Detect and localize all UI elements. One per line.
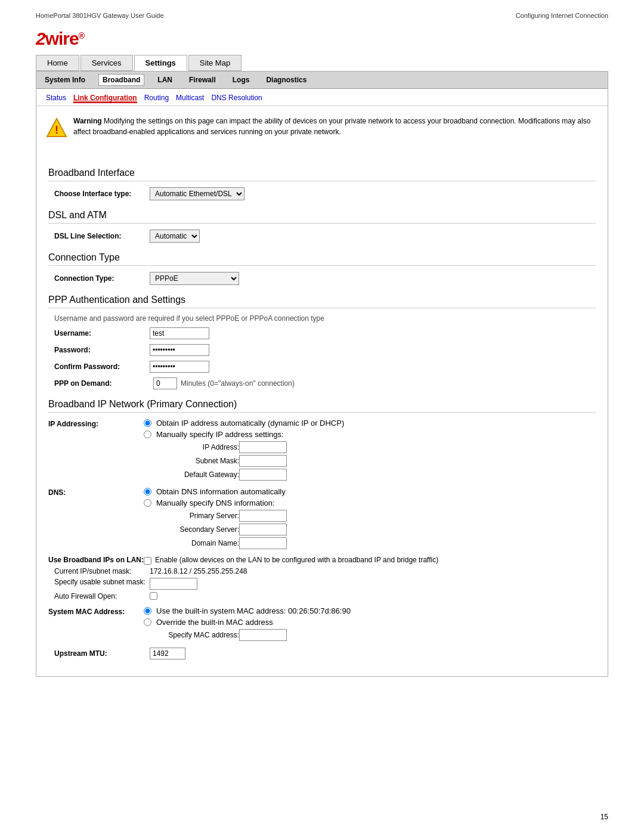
main-nav: Home Services Settings Site Map [36, 55, 608, 71]
ip-manual-row: Manually specify IP address settings: [144, 430, 596, 439]
dns-auto-radio[interactable] [144, 488, 151, 496]
page-header: HomePortal 3801HGV Gateway User Guide Co… [36, 12, 608, 19]
auto-firewall-checkbox-wrapper [150, 592, 596, 602]
username-label: Username: [54, 329, 150, 337]
confirm-password-row: Confirm Password: [48, 361, 596, 373]
connection-type-header: Connection Type [48, 252, 596, 266]
nav-tab-home[interactable]: Home [36, 55, 79, 71]
interface-type-label: Choose Interface type: [54, 190, 150, 198]
use-builtin-mac-radio[interactable] [144, 607, 151, 615]
ppp-on-demand-label: PPP on Demand: [54, 379, 150, 388]
logo-text: 2wire® [36, 30, 84, 48]
warning-box: ! Warning Modifying the settings on this… [36, 111, 608, 147]
ctab-link-config[interactable]: Link Configuration [73, 94, 137, 103]
confirm-password-label: Confirm Password: [54, 363, 150, 371]
subnet-mask-input[interactable] [239, 455, 287, 467]
ip-manual-radio[interactable] [144, 431, 151, 438]
dsl-atm-header: DSL and ATM [48, 210, 596, 224]
sub-tab-diagnostics[interactable]: Diagnostics [262, 75, 310, 85]
secondary-server-input[interactable] [239, 524, 287, 535]
auto-firewall-checkbox[interactable] [150, 592, 157, 600]
dns-manual-radio[interactable] [144, 499, 151, 507]
warning-body: Modifying the settings on this page can … [73, 117, 590, 136]
warning-text: Warning Modifying the settings on this p… [73, 116, 598, 137]
subnet-mask-row: Subnet Mask: [144, 455, 596, 467]
ip-address-row: IP Address: [144, 441, 596, 453]
override-mac-row: Override the built-in MAC address [144, 618, 596, 627]
ctab-status[interactable]: Status [46, 94, 66, 103]
connection-type-select[interactable]: PPPoE PPPoA DHCP Static IP Bridge [150, 272, 239, 285]
domain-name-label: Domain Name: [156, 539, 239, 547]
content-nav: Status Link Configuration Routing Multic… [36, 89, 608, 106]
svg-text:!: ! [55, 124, 58, 136]
upstream-mtu-row: Upstream MTU: [48, 648, 596, 659]
ip-auto-radio[interactable] [144, 419, 151, 427]
logo: 2wire® [36, 29, 608, 49]
specify-mac-input[interactable] [239, 629, 287, 641]
use-bb-ips-row: Use Broadband IPs on LAN: Enable (allow … [48, 556, 596, 565]
ctab-routing[interactable]: Routing [144, 94, 169, 103]
dns-manual-row: Manually specify DNS information: [144, 498, 596, 507]
dns-manual-label: Manually specify DNS information: [156, 498, 275, 507]
content-area: Broadband Interface Choose Interface typ… [36, 152, 608, 676]
upstream-mtu-label: Upstream MTU: [54, 649, 150, 658]
use-bb-ips-section: Use Broadband IPs on LAN: Enable (allow … [48, 556, 596, 602]
specify-subnet-input[interactable] [150, 578, 197, 590]
connection-type-row: Connection Type: PPPoE PPPoA DHCP Static… [48, 272, 596, 285]
subnet-mask-label: Subnet Mask: [156, 457, 239, 465]
ip-addressing-label: IP Addressing: [48, 419, 144, 482]
current-ip-label: Current IP/subnet mask: [54, 567, 150, 575]
sub-tab-broadband[interactable]: Broadband [98, 74, 144, 86]
ctab-multicast[interactable]: Multicast [176, 94, 204, 103]
ip-auto-row: Obtain IP address automatically (dynamic… [144, 419, 596, 428]
enable-bb-row: Enable (allow devices on the LAN to be c… [144, 556, 596, 565]
primary-server-input[interactable] [239, 510, 287, 522]
ppp-auth-header: PPP Authentication and Settings [48, 295, 596, 308]
system-mac-label: System MAC Address: [48, 606, 144, 643]
domain-name-row: Domain Name: [144, 537, 596, 549]
override-mac-radio[interactable] [144, 618, 151, 626]
ip-addressing-content: Obtain IP address automatically (dynamic… [144, 419, 596, 482]
domain-name-input[interactable] [239, 537, 287, 549]
dns-label: DNS: [48, 487, 144, 551]
ppp-on-demand-input[interactable] [153, 377, 177, 389]
sub-tab-lan[interactable]: LAN [154, 75, 176, 85]
username-input[interactable] [150, 327, 209, 339]
ppp-on-demand-row: PPP on Demand: Minutes (0="always-on" co… [48, 377, 596, 389]
upstream-mtu-input[interactable] [150, 648, 185, 659]
dsl-line-row: DSL Line Selection: Automatic Inner pair… [48, 230, 596, 243]
default-gateway-input[interactable] [239, 469, 287, 481]
dsl-line-select[interactable]: Automatic Inner pair Outer pair [150, 230, 200, 243]
main-container: System Info Broadband LAN Firewall Logs … [36, 71, 608, 677]
header-left: HomePortal 3801HGV Gateway User Guide [36, 12, 164, 19]
sub-tab-logs[interactable]: Logs [229, 75, 253, 85]
password-input[interactable] [150, 344, 209, 356]
enable-bb-text: Enable (allow devices on the LAN to be c… [155, 556, 438, 564]
sub-nav: System Info Broadband LAN Firewall Logs … [36, 72, 608, 89]
nav-tab-settings[interactable]: Settings [134, 55, 187, 71]
system-mac-section: System MAC Address: Use the built-in sys… [48, 606, 596, 643]
ip-manual-label: Manually specify IP address settings: [156, 430, 284, 439]
ctab-dns-resolution[interactable]: DNS Resolution [211, 94, 262, 103]
specify-subnet-label: Specify usable subnet mask: [54, 578, 150, 586]
sub-tab-sysinfo[interactable]: System Info [41, 75, 89, 85]
system-mac-content: Use the built-in system MAC address: 00:… [144, 606, 596, 643]
ip-address-input[interactable] [239, 441, 287, 453]
confirm-password-input[interactable] [150, 361, 209, 373]
dns-auto-label: Obtain DNS information automatically [156, 487, 286, 496]
specify-subnet-row: Specify usable subnet mask: [48, 578, 596, 590]
dns-content: Obtain DNS information automatically Man… [144, 487, 596, 551]
enable-bb-checkbox[interactable] [144, 557, 151, 565]
current-ip-value: 172.16.8.12 / 255.255.255.248 [150, 567, 596, 575]
interface-type-select[interactable]: Automatic Ethernet/DSL Ethernet DSL [150, 187, 244, 200]
broadband-interface-header: Broadband Interface [48, 168, 596, 181]
sub-tab-firewall[interactable]: Firewall [185, 75, 219, 85]
ip-auto-label: Obtain IP address automatically (dynamic… [156, 419, 344, 428]
nav-tab-services[interactable]: Services [80, 55, 133, 71]
password-row: Password: [48, 344, 596, 356]
ip-address-label: IP Address: [156, 443, 239, 451]
warning-title: Warning [73, 117, 102, 125]
primary-server-label: Primary Server: [156, 512, 239, 520]
logo-reg: ® [79, 31, 84, 41]
nav-tab-sitemap[interactable]: Site Map [188, 55, 242, 71]
